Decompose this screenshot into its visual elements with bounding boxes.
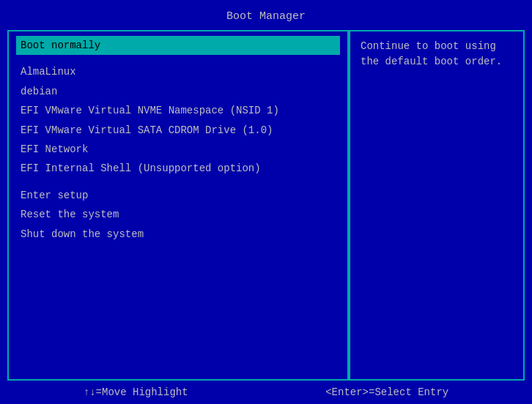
menu-item-almalinux[interactable]: AlmaLinux [16, 62, 340, 81]
menu-item-boot-normally[interactable]: Boot normally [16, 36, 340, 55]
menu-item-reset[interactable]: Reset the system [16, 205, 340, 224]
menu-item-efi-nvme[interactable]: EFI VMware Virtual NVME Namespace (NSID … [16, 101, 340, 120]
menu-item-debian[interactable]: debian [16, 82, 340, 101]
main-content: Boot normallyAlmaLinuxdebianEFI VMware V… [7, 30, 525, 381]
menu-item-enter-setup[interactable]: Enter setup [16, 186, 340, 205]
menu-item-efi-sata[interactable]: EFI VMware Virtual SATA CDROM Drive (1.0… [16, 121, 340, 140]
description-text: Continue to boot using the default boot … [361, 40, 502, 67]
menu-panel: Boot normallyAlmaLinuxdebianEFI VMware V… [7, 30, 349, 381]
menu-item-shutdown[interactable]: Shut down the system [16, 225, 340, 244]
menu-spacer [16, 55, 340, 62]
menu-spacer [16, 179, 340, 186]
status-select: <Enter>=Select Entry [325, 386, 448, 398]
description-panel: Continue to boot using the default boot … [349, 30, 525, 381]
status-move: ↑↓=Move Highlight [84, 386, 188, 398]
page-title: Boot Manager [0, 0, 532, 30]
menu-item-efi-network[interactable]: EFI Network [16, 140, 340, 159]
menu-item-efi-shell[interactable]: EFI Internal Shell (Unsupported option) [16, 159, 340, 178]
status-bar: ↑↓=Move Highlight <Enter>=Select Entry [0, 381, 532, 404]
